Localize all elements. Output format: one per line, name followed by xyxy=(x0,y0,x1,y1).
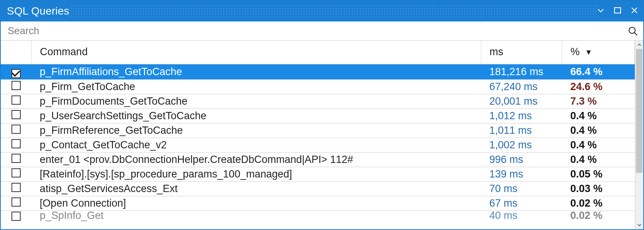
row-checkbox-cell[interactable] xyxy=(1,64,31,80)
row-checkbox[interactable] xyxy=(11,110,21,119)
titlebar-grip[interactable] xyxy=(70,5,597,18)
row-checkbox[interactable] xyxy=(11,168,21,177)
row-checkbox[interactable] xyxy=(11,95,21,105)
row-command: p_SpInfo_Get xyxy=(31,211,481,222)
scroll-up-icon[interactable] xyxy=(635,41,643,49)
table-row[interactable]: atisp_GetServicesAccess_Ext70 ms0.03 % xyxy=(1,182,635,196)
row-command: p_FirmReference_GetToCache xyxy=(31,123,481,138)
table-row[interactable]: p_Firm_GetToCache67,240 ms24.6 % xyxy=(1,80,635,94)
table-row[interactable]: [Rateinfo].[sys].[sp_procedure_params_10… xyxy=(1,167,635,182)
row-checkbox[interactable] xyxy=(11,81,21,90)
table-row[interactable]: p_SpInfo_Get40 ms0.02 % xyxy=(1,211,635,222)
table-row[interactable]: p_FirmReference_GetToCache1,011 ms0.4 % xyxy=(1,123,635,138)
row-checkbox[interactable] xyxy=(11,183,21,192)
row-percent: 0.4 % xyxy=(562,109,635,123)
query-table: Command ms % ▼ p_FirmAffiliations_GetToC… xyxy=(1,41,635,221)
search-icon[interactable] xyxy=(628,26,638,36)
row-checkbox-cell[interactable] xyxy=(1,123,31,138)
row-percent: 24.6 % xyxy=(562,80,635,94)
row-checkbox-cell[interactable] xyxy=(1,80,31,94)
row-ms: 40 ms xyxy=(481,211,562,222)
scroll-down-icon[interactable] xyxy=(635,221,643,229)
row-percent: 0.02 % xyxy=(562,196,635,211)
row-command: [Open Connection] xyxy=(31,196,481,211)
row-percent: 0.4 % xyxy=(562,138,635,153)
row-checkbox[interactable] xyxy=(11,197,21,207)
row-ms: 139 ms xyxy=(481,167,562,182)
scrollbar-thumb[interactable] xyxy=(636,49,642,173)
row-command: p_FirmAffiliations_GetToCache xyxy=(31,64,481,80)
search-input[interactable] xyxy=(8,25,628,37)
table-row[interactable]: p_Contact_GetToCache_v21,002 ms0.4 % xyxy=(1,138,635,153)
row-percent: 66.4 % xyxy=(562,64,635,80)
svg-point-3 xyxy=(629,27,635,33)
row-command: enter_01 <prov.DbConnectionHelper.Create… xyxy=(31,153,481,167)
row-checkbox[interactable] xyxy=(11,139,21,148)
row-checkbox[interactable] xyxy=(11,125,21,134)
column-percent[interactable]: % ▼ xyxy=(562,41,635,64)
table-row[interactable]: p_FirmAffiliations_GetToCache181,216 ms6… xyxy=(1,64,635,80)
row-command: p_Contact_GetToCache_v2 xyxy=(31,138,481,153)
row-percent: 0.05 % xyxy=(562,167,635,182)
row-ms: 20,001 ms xyxy=(481,94,562,109)
row-percent: 7.3 % xyxy=(562,94,635,109)
row-ms: 996 ms xyxy=(481,153,562,167)
row-checkbox-cell[interactable] xyxy=(1,167,31,182)
row-checkbox[interactable] xyxy=(11,69,21,78)
row-ms: 1,012 ms xyxy=(481,109,562,123)
minimize-icon[interactable] xyxy=(597,6,605,16)
vertical-scrollbar[interactable] xyxy=(635,41,643,229)
row-checkbox-cell[interactable] xyxy=(1,182,31,196)
row-ms: 70 ms xyxy=(481,182,562,196)
row-checkbox-cell[interactable] xyxy=(1,153,31,167)
row-checkbox[interactable] xyxy=(11,212,21,221)
row-command: p_FirmDocuments_GetToCache xyxy=(31,94,481,109)
row-percent: 0.4 % xyxy=(562,123,635,138)
maximize-icon[interactable] xyxy=(613,6,622,16)
sql-queries-window: SQL Queries xyxy=(0,0,644,230)
row-checkbox-cell[interactable] xyxy=(1,196,31,211)
column-percent-label: % xyxy=(570,46,580,58)
query-grid: Command ms % ▼ p_FirmAffiliations_GetToC… xyxy=(1,41,643,229)
row-checkbox[interactable] xyxy=(11,154,21,163)
row-command: atisp_GetServicesAccess_Ext xyxy=(31,182,481,196)
titlebar[interactable]: SQL Queries xyxy=(1,1,643,21)
row-ms: 67,240 ms xyxy=(481,80,562,94)
svg-line-4 xyxy=(634,33,637,35)
row-ms: 67 ms xyxy=(481,196,562,211)
row-ms: 181,216 ms xyxy=(481,64,562,80)
row-percent: 0.03 % xyxy=(562,182,635,196)
row-percent: 0.4 % xyxy=(562,153,635,167)
row-command: p_Firm_GetToCache xyxy=(31,80,481,94)
row-checkbox-cell[interactable] xyxy=(1,109,31,123)
column-ms[interactable]: ms xyxy=(481,41,562,64)
row-ms: 1,011 ms xyxy=(481,123,562,138)
table-row[interactable]: enter_01 <prov.DbConnectionHelper.Create… xyxy=(1,153,635,167)
row-percent: 0.02 % xyxy=(562,211,635,222)
svg-rect-0 xyxy=(615,8,621,13)
sort-desc-icon: ▼ xyxy=(585,48,593,56)
search-bar xyxy=(1,21,643,41)
row-checkbox-cell[interactable] xyxy=(1,138,31,153)
window-title: SQL Queries xyxy=(7,5,69,17)
window-controls xyxy=(597,6,639,16)
row-ms: 1,002 ms xyxy=(481,138,562,153)
scrollbar-track[interactable] xyxy=(635,49,643,221)
column-command[interactable]: Command xyxy=(31,41,481,64)
table-row[interactable]: p_FirmDocuments_GetToCache20,001 ms7.3 % xyxy=(1,94,635,109)
close-icon[interactable] xyxy=(630,6,639,16)
row-command: p_UserSearchSettings_GetToCache xyxy=(31,109,481,123)
row-checkbox-cell[interactable] xyxy=(1,94,31,109)
row-command: [Rateinfo].[sys].[sp_procedure_params_10… xyxy=(31,167,481,182)
table-row[interactable]: p_UserSearchSettings_GetToCache1,012 ms0… xyxy=(1,109,635,123)
header-row: Command ms % ▼ xyxy=(1,41,635,64)
row-checkbox-cell[interactable] xyxy=(1,211,31,222)
column-checkbox[interactable] xyxy=(1,41,31,64)
table-row[interactable]: [Open Connection]67 ms0.02 % xyxy=(1,196,635,211)
